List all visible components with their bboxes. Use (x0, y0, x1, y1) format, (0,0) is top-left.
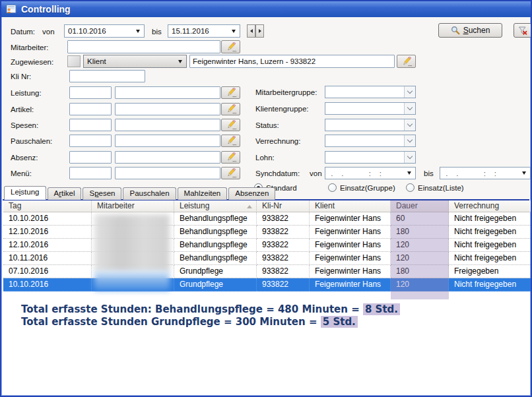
column-header-verrechnung[interactable]: Verrechnung (449, 200, 531, 212)
suchen-button-label: Suchen (463, 26, 490, 35)
radio-einsatz-liste[interactable]: Einsatz(Liste) (406, 183, 464, 192)
tab-pauschalen[interactable]: Pauschalen (123, 187, 176, 200)
highlighted-value: 5 Std. (321, 316, 358, 328)
right-arrow-icon (259, 29, 261, 33)
zugewiesen-type-combobox[interactable]: Klient (83, 55, 187, 68)
status-combobox[interactable] (325, 119, 416, 131)
dropdown-button (404, 135, 415, 146)
radio-icon (406, 183, 415, 192)
pencil-icon (224, 104, 238, 114)
dropdown-arrow-icon (407, 171, 411, 175)
dropdown-button (404, 152, 415, 163)
datum-bis-label: bis (152, 28, 162, 36)
pauschalen-code-input[interactable] (69, 135, 112, 147)
column-header-mitarbeiter[interactable]: Mitarbeiter (92, 200, 174, 212)
table-row[interactable]: 07.10.2016Grundpflege933822Feigenwinter … (3, 265, 531, 278)
dropdown-button (404, 119, 415, 131)
zugewiesen-label: Zugewiesen: (11, 58, 53, 66)
artikel-text-input[interactable] (115, 103, 220, 115)
tab-mahlzeiten[interactable]: Mahlzeiten (178, 187, 228, 200)
table-row[interactable]: 10.11.2016Behandlungspflege933822Feigenw… (3, 252, 531, 265)
table-row[interactable]: 10.10.2016Behandlungspflege933822Feigenw… (3, 212, 531, 226)
zugewiesen-value-input[interactable] (189, 55, 395, 68)
tab-absenzen[interactable]: Absenzen (228, 187, 275, 200)
chevron-down-icon (407, 105, 413, 110)
pencil-icon (224, 136, 238, 146)
datum-von-combobox[interactable]: 01.10.2016 (64, 24, 145, 38)
total-line-grundpflege: Total erfasste Stunden Grundpflege = 300… (21, 316, 400, 328)
synchdatum-von-combobox[interactable]: . . : : (325, 167, 416, 179)
table-row[interactable]: 12.10.2016Behandlungspflege933822Feigenw… (3, 239, 531, 252)
pencil-icon (224, 42, 238, 52)
chevron-down-icon (407, 121, 413, 127)
highlighted-value: 8 Std. (363, 303, 400, 315)
total-line-behandlungspflege: Total erfasste Stunden: Behandlungspfleg… (21, 303, 400, 316)
column-header-tag[interactable]: Tag (3, 200, 92, 212)
synchdatum-label: Synchdatum: (255, 169, 300, 177)
synchdatum-bis-combobox[interactable]: . . : : (440, 167, 531, 179)
filter-panel: Datum: von 01.10.2016 bis 15.11.2016 Suc… (3, 17, 529, 199)
tab-leistung[interactable]: Leistung (4, 186, 46, 200)
mitarbeitergruppe-combobox[interactable] (325, 86, 416, 98)
menue-text-input[interactable] (115, 167, 220, 179)
synchdatum-bis-label: bis (424, 169, 434, 177)
spesen-code-input[interactable] (69, 119, 112, 131)
leistung-text-input[interactable] (115, 86, 220, 99)
column-header-dauer[interactable]: Dauer (391, 200, 449, 212)
verrechnung-combobox[interactable] (325, 135, 416, 147)
menue-code-input[interactable] (69, 167, 112, 179)
klinr-input[interactable] (69, 70, 145, 82)
spesen-label: Spesen: (11, 121, 38, 129)
date-next-button[interactable] (255, 24, 264, 38)
dropdown-arrow-icon (232, 30, 236, 33)
dropdown-button (404, 86, 415, 98)
column-header-leistung[interactable]: Leistung (174, 200, 257, 212)
lohn-combobox[interactable] (325, 151, 416, 164)
klinr-label: Kli Nr: (11, 73, 31, 80)
left-arrow-icon (250, 29, 253, 33)
controlling-window: Controlling Datum: von 01.10.2016 bis 15… (0, 0, 532, 397)
zugewiesen-square-button[interactable] (67, 55, 81, 67)
column-header-klient[interactable]: Klient (310, 200, 391, 212)
date-prev-button[interactable] (247, 24, 255, 38)
chevron-down-icon (407, 88, 413, 94)
absenz-code-input[interactable] (69, 151, 112, 164)
artikel-edit-button[interactable] (221, 103, 240, 115)
table-row[interactable]: 12.10.2016Behandlungspflege933822Feigenw… (3, 226, 531, 239)
artikel-code-input[interactable] (69, 103, 112, 115)
grid-header-row: Tag Mitarbeiter Leistung Kli-Nr Klient D… (3, 200, 531, 212)
spesen-text-input[interactable] (115, 119, 220, 131)
leistung-code-input[interactable] (69, 86, 112, 99)
table-row-selected[interactable]: 10.10.2016Grundpflege933822Feigenwinter … (3, 278, 531, 291)
clear-filter-button[interactable] (514, 23, 532, 38)
pauschalen-text-input[interactable] (115, 135, 220, 147)
titlebar: Controlling (1, 1, 531, 17)
sort-ascending-icon (247, 205, 252, 208)
dropdown-arrow-icon (178, 60, 182, 63)
radio-einsatz-gruppe[interactable]: Einsatz(Gruppe) (328, 183, 395, 192)
zugewiesen-edit-button[interactable] (397, 55, 416, 68)
absenz-text-input[interactable] (115, 151, 220, 164)
spesen-edit-button[interactable] (221, 119, 240, 131)
menue-edit-button[interactable] (221, 167, 240, 179)
tab-artikel[interactable]: Artikel (48, 187, 82, 200)
mitarbeiter-edit-button[interactable] (221, 40, 240, 53)
tab-spesen[interactable]: Spesen (83, 187, 121, 200)
window-title: Controlling (21, 4, 71, 15)
column-header-klinr[interactable]: Kli-Nr (257, 200, 310, 212)
datum-bis-combobox[interactable]: 15.11.2016 (168, 24, 240, 38)
mitarbeiter-input[interactable] (67, 40, 220, 53)
synchdatum-von-label: von (310, 169, 322, 177)
pencil-icon (224, 152, 238, 162)
klientengruppe-combobox[interactable] (325, 102, 416, 115)
app-icon (6, 4, 17, 15)
radio-icon (328, 183, 337, 192)
pauschalen-label: Pauschalen: (11, 137, 52, 145)
absenz-edit-button[interactable] (221, 151, 240, 164)
chevron-down-icon (407, 137, 413, 142)
suchen-button[interactable]: Suchen (438, 23, 502, 38)
pauschalen-edit-button[interactable] (221, 135, 240, 147)
absenz-label: Absenz: (11, 154, 38, 162)
chevron-down-icon (407, 154, 413, 159)
leistung-edit-button[interactable] (221, 86, 240, 99)
